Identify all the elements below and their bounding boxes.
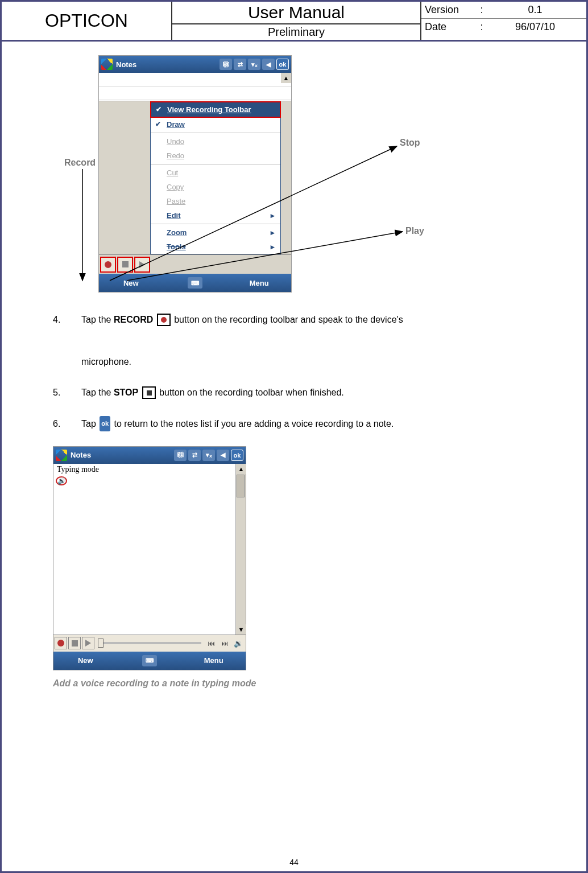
slider-thumb[interactable] bbox=[98, 639, 103, 648]
volume-icon[interactable]: ◀ bbox=[262, 59, 275, 70]
note-canvas[interactable]: Typing mode 🔊 ▲ ▼ bbox=[53, 464, 246, 635]
instruction-list: 4. Tap the RECORD button on the recordin… bbox=[53, 310, 535, 435]
signal-icon[interactable]: ▾ₓ bbox=[202, 450, 215, 461]
menu-softkey[interactable]: Menu bbox=[227, 279, 291, 287]
menu-undo: Undo bbox=[151, 134, 280, 149]
speaker-icon[interactable]: 🔉 bbox=[232, 637, 245, 649]
play-button[interactable] bbox=[134, 257, 150, 273]
date-label: Date bbox=[425, 21, 476, 33]
play-button[interactable] bbox=[82, 637, 94, 649]
notes-app-screenshot-2: Notes ㍼ ⇄ ▾ₓ ◀ ok Typing mode 🔊 ▲ ▼ bbox=[53, 446, 246, 670]
keyboard-icon[interactable]: ⌨ bbox=[188, 277, 202, 289]
menu-tools[interactable]: Tools▸ bbox=[151, 240, 280, 254]
callout-play: Play bbox=[405, 226, 424, 236]
context-menu: View Recording Toolbar Draw Undo Redo Cu… bbox=[150, 101, 281, 254]
step-4: 4. Tap the RECORD button on the recordin… bbox=[53, 310, 535, 372]
stop-icon-inline bbox=[142, 386, 156, 399]
ime-icon[interactable]: ㍼ bbox=[174, 450, 187, 461]
vertical-scrollbar[interactable]: ▲ ▼ bbox=[235, 464, 246, 635]
menu-redo: Redo bbox=[151, 149, 280, 163]
bottom-bar: New ⌨ Menu bbox=[99, 274, 291, 292]
figure-caption: Add a voice recording to a note in typin… bbox=[53, 678, 535, 689]
brand: OPTICON bbox=[2, 2, 172, 40]
page-header: OPTICON User Manual Preliminary Version … bbox=[2, 2, 586, 42]
callout-stop: Stop bbox=[400, 138, 420, 148]
scroll-up-icon[interactable]: ▲ bbox=[236, 464, 246, 474]
record-button[interactable] bbox=[100, 257, 116, 273]
stop-icon bbox=[122, 261, 129, 267]
menu-edit[interactable]: Edit▸ bbox=[151, 208, 280, 223]
date-value: 96/07/10 bbox=[487, 21, 583, 33]
app-title: Notes bbox=[71, 451, 171, 459]
menu-view-recording-toolbar[interactable]: View Recording Toolbar bbox=[150, 101, 281, 118]
bottom-bar: New ⌨ Menu bbox=[53, 652, 246, 670]
menu-paste: Paste bbox=[151, 194, 280, 208]
skip-prev-icon[interactable]: ⏮ bbox=[205, 637, 217, 649]
stop-button[interactable] bbox=[117, 257, 133, 273]
step-5: 5. Tap the STOP button on the recording … bbox=[53, 382, 535, 403]
ok-button[interactable]: ok bbox=[231, 450, 243, 461]
ime-icon[interactable]: ㍼ bbox=[220, 59, 232, 70]
version-value: 0.1 bbox=[487, 4, 583, 16]
new-softkey[interactable]: New bbox=[99, 279, 163, 287]
typing-mode-text: Typing mode bbox=[53, 464, 246, 475]
record-icon bbox=[57, 640, 64, 646]
play-icon bbox=[85, 640, 91, 646]
volume-icon[interactable]: ◀ bbox=[217, 450, 229, 461]
figure-1: Notes ㍼ ⇄ ▾ₓ ◀ ok ▲ View Recording Toolb… bbox=[76, 55, 508, 293]
recording-toolbar bbox=[99, 254, 291, 274]
callout-record: Record bbox=[64, 158, 96, 168]
keyboard-icon[interactable]: ⌨ bbox=[142, 655, 157, 666]
stop-button[interactable] bbox=[68, 637, 81, 649]
connectivity-icon[interactable]: ⇄ bbox=[188, 450, 201, 461]
app-title: Notes bbox=[116, 60, 216, 69]
version-label: Version bbox=[425, 4, 476, 16]
scroll-down-icon[interactable]: ▼ bbox=[236, 624, 246, 635]
step-6: 6. Tap ok to return to the notes list if… bbox=[53, 414, 535, 435]
scroll-up-icon[interactable]: ▲ bbox=[281, 73, 291, 83]
note-canvas[interactable]: ▲ bbox=[99, 73, 291, 101]
menu-zoom[interactable]: Zoom▸ bbox=[151, 225, 280, 240]
menu-draw[interactable]: Draw bbox=[151, 117, 280, 131]
scroll-thumb[interactable] bbox=[237, 475, 245, 497]
doc-subtitle: Preliminary bbox=[172, 24, 420, 40]
new-softkey[interactable]: New bbox=[53, 656, 118, 665]
menu-copy: Copy bbox=[151, 180, 280, 194]
recording-toolbar: ⏮ ⏭ 🔉 bbox=[53, 635, 246, 652]
record-icon-inline bbox=[157, 314, 171, 326]
windows-logo-icon bbox=[56, 450, 67, 461]
page-number: 44 bbox=[2, 858, 586, 867]
stop-icon bbox=[72, 640, 78, 646]
ok-icon-inline: ok bbox=[100, 416, 110, 431]
connectivity-icon[interactable]: ⇄ bbox=[234, 59, 246, 70]
play-icon bbox=[139, 261, 145, 268]
menu-softkey[interactable]: Menu bbox=[181, 656, 246, 665]
record-button[interactable] bbox=[55, 637, 67, 649]
record-icon bbox=[105, 261, 111, 268]
notes-app-screenshot-1: Notes ㍼ ⇄ ▾ₓ ◀ ok ▲ View Recording Toolb… bbox=[98, 55, 292, 293]
windows-logo-icon bbox=[101, 59, 113, 70]
skip-next-icon[interactable]: ⏭ bbox=[218, 637, 231, 649]
menu-cut: Cut bbox=[151, 166, 280, 180]
playback-slider[interactable] bbox=[98, 642, 201, 644]
signal-icon[interactable]: ▾ₓ bbox=[248, 59, 260, 70]
voice-clip-icon[interactable]: 🔊 bbox=[56, 476, 67, 485]
doc-title: User Manual bbox=[172, 2, 420, 24]
ok-button[interactable]: ok bbox=[276, 59, 289, 70]
